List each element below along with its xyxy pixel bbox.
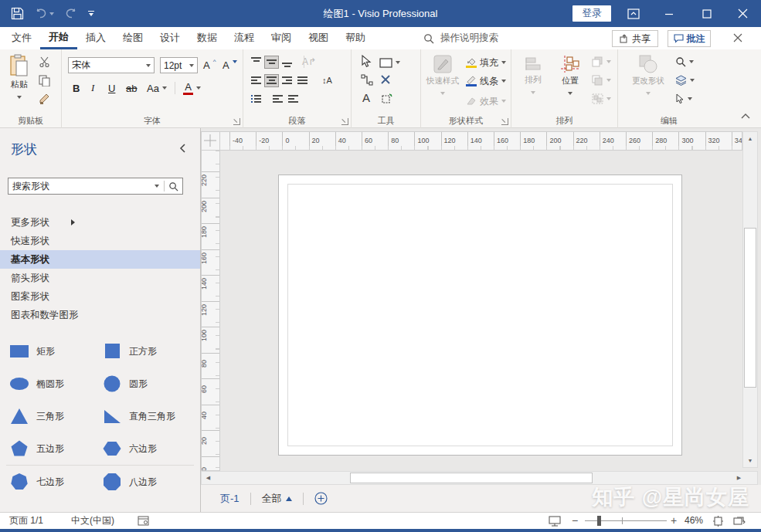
- drawing-surface[interactable]: [220, 151, 742, 471]
- tab-3[interactable]: 绘图: [114, 27, 151, 49]
- search-options-dropdown-icon[interactable]: [155, 185, 159, 188]
- minimize-button[interactable]: [656, 0, 682, 27]
- cut-button[interactable]: [39, 54, 50, 69]
- effects-button[interactable]: 效果: [466, 93, 506, 110]
- share-button[interactable]: 共享: [612, 30, 658, 47]
- ribbon-display-options-icon[interactable]: [620, 0, 647, 27]
- font-size-combo[interactable]: 12pt: [160, 57, 198, 73]
- scroll-left-icon[interactable]: ◀: [202, 472, 215, 484]
- collapse-panel-icon[interactable]: [179, 144, 185, 153]
- shape-rectangle[interactable]: 矩形: [9, 341, 93, 361]
- grow-font-button[interactable]: A^: [203, 57, 216, 73]
- align-right-button[interactable]: [280, 75, 294, 86]
- page-indicator[interactable]: 页面 1/1: [9, 513, 43, 529]
- group-shapes-button[interactable]: [592, 91, 611, 107]
- zoom-in-button[interactable]: +: [671, 513, 677, 529]
- line-spacing-button[interactable]: ↕A: [322, 76, 332, 85]
- shape-heptagon[interactable]: 七边形: [9, 472, 93, 492]
- line-button[interactable]: 线条: [466, 73, 506, 90]
- shape-octagon[interactable]: 八边形: [102, 472, 185, 492]
- add-page-button[interactable]: [314, 492, 328, 505]
- align-center-button[interactable]: [265, 75, 278, 86]
- send-backward-button[interactable]: [592, 73, 611, 88]
- shape-pentagon[interactable]: 五边形: [9, 439, 93, 459]
- quick-styles-button[interactable]: 快速样式: [424, 53, 461, 97]
- tab-8[interactable]: 视图: [300, 27, 337, 49]
- rotate-tool-button[interactable]: [380, 90, 392, 106]
- stencil-item-2[interactable]: 基本形状: [0, 250, 200, 269]
- stencil-item-0[interactable]: 更多形状: [0, 213, 200, 232]
- shrink-font-button[interactable]: A: [223, 57, 237, 73]
- align-button[interactable]: 排列: [516, 53, 550, 97]
- font-family-combo[interactable]: 宋体: [68, 57, 155, 73]
- zoom-out-button[interactable]: −: [572, 513, 578, 529]
- shape-styles-dialog-launcher-icon[interactable]: [501, 118, 508, 125]
- zoom-level[interactable]: 46%: [685, 513, 703, 529]
- format-painter-button[interactable]: [39, 91, 50, 107]
- shape-square[interactable]: 正方形: [102, 341, 185, 361]
- align-middle-button[interactable]: [265, 56, 278, 68]
- paragraph-dialog-launcher-icon[interactable]: [341, 118, 348, 125]
- shape-ellipse[interactable]: 椭圆形: [9, 374, 93, 394]
- shape-search-box[interactable]: 搜索形状: [8, 178, 183, 195]
- increase-indent-button[interactable]: [287, 93, 300, 105]
- horizontal-scrollbar[interactable]: ◀ ▶: [201, 471, 758, 485]
- bring-forward-button[interactable]: [592, 54, 611, 69]
- strikethrough-button[interactable]: ab: [126, 80, 137, 96]
- italic-button[interactable]: I: [91, 80, 94, 96]
- find-button[interactable]: [675, 54, 694, 69]
- tab-5[interactable]: 数据: [189, 27, 226, 49]
- page-tab[interactable]: 页-1: [220, 492, 240, 506]
- tab-4[interactable]: 设计: [151, 27, 189, 49]
- all-pages-button[interactable]: 全部: [262, 492, 292, 506]
- horizontal-scroll-thumb[interactable]: [350, 473, 593, 483]
- paste-button[interactable]: 粘贴: [2, 53, 36, 101]
- align-left-button[interactable]: [250, 75, 263, 86]
- position-button[interactable]: 位置: [553, 53, 587, 97]
- shape-circle[interactable]: 圆形: [102, 374, 185, 394]
- justify-button[interactable]: [296, 75, 309, 86]
- tell-me-search[interactable]: 操作说明搜索: [423, 27, 498, 49]
- bold-button[interactable]: B: [73, 80, 80, 96]
- zoom-slider-thumb[interactable]: [597, 516, 601, 526]
- change-case-button[interactable]: Aa: [147, 80, 167, 96]
- language-indicator[interactable]: 中文(中国): [71, 513, 114, 529]
- drawing-page[interactable]: [278, 175, 682, 456]
- scroll-down-icon[interactable]: ▼: [743, 454, 757, 467]
- connection-point-tool-button[interactable]: [380, 72, 391, 87]
- close-ribbon-icon[interactable]: [732, 32, 743, 43]
- tab-6[interactable]: 流程: [226, 27, 263, 49]
- connector-tool-button[interactable]: [361, 72, 373, 87]
- select-button[interactable]: [675, 91, 692, 107]
- stencil-item-4[interactable]: 图案形状: [0, 287, 200, 306]
- fill-button[interactable]: 填充: [466, 54, 506, 71]
- close-button[interactable]: [729, 0, 756, 27]
- shape-right-triangle[interactable]: 直角三角形: [102, 406, 185, 426]
- collapse-ribbon-icon[interactable]: [740, 113, 751, 120]
- scroll-up-icon[interactable]: ▲: [743, 132, 757, 145]
- scroll-right-icon[interactable]: ▶: [732, 472, 746, 484]
- tab-7[interactable]: 审阅: [263, 27, 300, 49]
- change-shape-button[interactable]: 更改形状: [627, 53, 669, 97]
- stencil-item-3[interactable]: 箭头形状: [0, 269, 200, 287]
- pointer-tool-button[interactable]: [361, 53, 372, 69]
- maximize-button[interactable]: [694, 0, 720, 27]
- tab-0[interactable]: 文件: [3, 27, 40, 49]
- text-tool-button[interactable]: A: [362, 90, 370, 105]
- align-top-button[interactable]: [250, 56, 263, 68]
- tab-9[interactable]: 帮助: [337, 27, 374, 49]
- vertical-scrollbar[interactable]: ▲ ▼: [742, 131, 758, 468]
- bullets-button[interactable]: [250, 93, 263, 105]
- underline-button[interactable]: U: [108, 80, 115, 96]
- stencil-item-5[interactable]: 图表和数学图形: [0, 306, 200, 324]
- shape-hexagon[interactable]: 六边形: [102, 439, 185, 459]
- vertical-scroll-thumb[interactable]: [744, 228, 756, 388]
- shape-triangle[interactable]: 三角形: [9, 406, 93, 426]
- font-color-button[interactable]: A: [183, 80, 201, 96]
- tab-1[interactable]: 开始: [40, 27, 77, 49]
- font-dialog-launcher-icon[interactable]: [233, 118, 240, 125]
- tab-2[interactable]: 插入: [77, 27, 114, 49]
- stencil-item-1[interactable]: 快速形状: [0, 232, 200, 250]
- comments-button[interactable]: 批注: [668, 30, 711, 47]
- decrease-indent-button[interactable]: [271, 93, 284, 105]
